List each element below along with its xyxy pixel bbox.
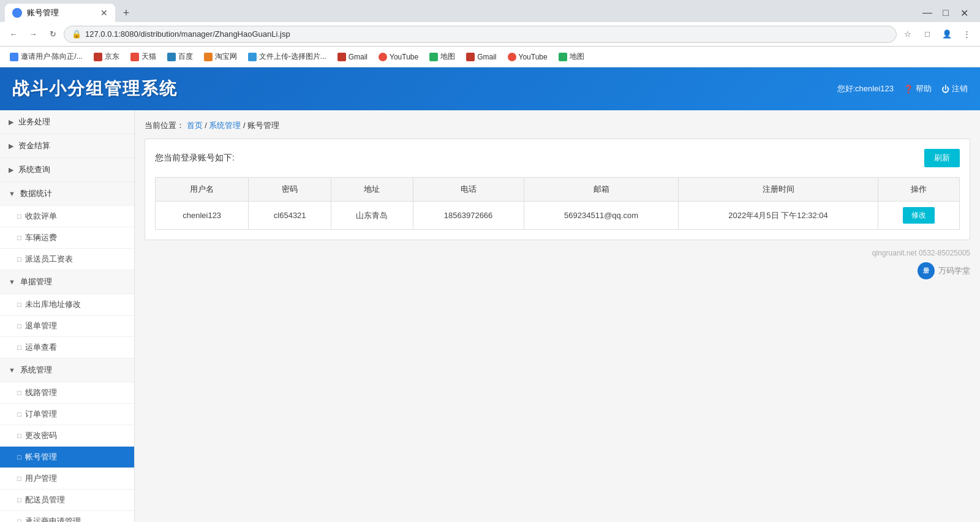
breadcrumb-home[interactable]: 首页 (187, 121, 203, 130)
bookmark-tianmao[interactable]: 天猫 (126, 49, 161, 64)
bookmark-star-icon[interactable]: ☆ (899, 26, 916, 43)
new-tab-button[interactable]: + (118, 4, 135, 21)
sidebar-item-change-pwd[interactable]: 更改密码 (0, 425, 134, 447)
url-text: 127.0.0.1:8080/distribution/manager/Zhan… (85, 29, 290, 39)
lock-icon: 🔒 (72, 29, 81, 39)
arrow-icon: ▼ (9, 278, 15, 286)
bookmark-gmail2[interactable]: Gmail (461, 50, 501, 64)
nav-bar: ← → ↻ 🔒 127.0.0.1:8080/distribution/mana… (0, 22, 980, 47)
sidebar-item-couriers[interactable]: 配送员管理 (0, 490, 134, 511)
tab-title: 账号管理 (27, 7, 59, 18)
sidebar-item-routes[interactable]: 线路管理 (0, 382, 134, 404)
bookmark-map2[interactable]: 地图 (554, 49, 589, 64)
sidebar-item-freight[interactable]: 车辆运费 (0, 227, 134, 249)
bookmark-youtube1[interactable]: YouTube (374, 50, 423, 64)
logout-button[interactable]: ⏻ 注销 (941, 83, 968, 94)
restore-button[interactable]: □ (937, 4, 954, 21)
cell-email: 569234511@qq.com (524, 202, 679, 230)
sidebar: ▶ 业务处理 ▶ 资金结算 ▶ 系统查询 (0, 110, 135, 522)
main-content: 当前位置： 首页 / 系统管理 / 账号管理 您当前登录账号如下: 刷新 (135, 110, 980, 522)
breadcrumb-system[interactable]: 系统管理 (209, 121, 241, 130)
bookmark-upload[interactable]: 文件上传-选择图片... (243, 49, 331, 64)
bookmark-invite-icon (10, 53, 18, 61)
col-register-time: 注册时间 (679, 178, 878, 202)
sidebar-item-receipts[interactable]: 收款评单 (0, 206, 134, 227)
bookmark-youtube2-icon (508, 53, 516, 61)
arrow-icon: ▶ (9, 142, 13, 150)
bookmarks-bar: 邀请用户·陈向正/... 京东 天猫 百度 淘宝网 文件上传-选择图片... G… (0, 47, 980, 67)
bookmark-gmail1[interactable]: Gmail (333, 50, 372, 64)
bookmark-baidu[interactable]: 百度 (162, 49, 198, 64)
content-subtitle: 您当前登录账号如下: (155, 153, 235, 164)
bookmark-baidu-icon (167, 53, 176, 61)
active-tab[interactable]: 账号管理 ✕ (5, 4, 115, 22)
cell-username: chenlei123 (156, 202, 249, 230)
sidebar-item-carrier[interactable]: 承运商申请管理 (0, 511, 134, 522)
footer-watermark: qingruanit.net 0532-85025005 (145, 246, 970, 260)
header-right: 您好:chenlei123 ❓ 帮助 ⏻ 注销 (837, 83, 968, 94)
arrow-icon: ▼ (9, 190, 15, 197)
col-phone: 电话 (413, 178, 524, 202)
col-action: 操作 (878, 178, 959, 202)
sidebar-item-waybill[interactable]: 运单查看 (0, 337, 134, 358)
col-email: 邮箱 (524, 178, 679, 202)
cell-action: 修改 (878, 202, 959, 230)
refresh-button[interactable]: 刷新 (924, 149, 960, 167)
bookmark-youtube2[interactable]: YouTube (503, 50, 552, 64)
sidebar-item-users[interactable]: 用户管理 (0, 468, 134, 490)
reload-button[interactable]: ↻ (44, 26, 61, 43)
tab-favicon (12, 8, 22, 18)
back-button[interactable]: ← (5, 26, 22, 43)
help-button[interactable]: ❓ 帮助 (903, 83, 932, 94)
sidebar-group-system: ▼ 系统管理 线路管理 订单管理 更改密码 帐号管理 用户管理 配送员管理 承运… (0, 358, 134, 522)
bookmark-gmail2-icon (466, 53, 475, 61)
bookmark-upload-icon (248, 53, 257, 61)
sidebar-group-header-business[interactable]: ▶ 业务处理 (0, 110, 134, 134)
minimize-button[interactable]: — (919, 4, 936, 21)
bookmark-jd[interactable]: 京东 (89, 49, 124, 64)
bookmark-map1[interactable]: 地图 (424, 49, 460, 64)
bookmark-taobao[interactable]: 淘宝网 (199, 49, 242, 64)
sidebar-item-address-modify[interactable]: 未出库地址修改 (0, 294, 134, 316)
footer-logo: 册 万码学堂 (145, 262, 970, 279)
bookmark-map2-icon (559, 53, 567, 61)
sidebar-group-finance: ▶ 资金结算 (0, 134, 134, 158)
content-box: 您当前登录账号如下: 刷新 用户名 密码 地址 电话 邮箱 注册时间 (145, 138, 970, 240)
close-button[interactable]: ✕ (956, 4, 973, 21)
sidebar-group-header-stats[interactable]: ▼ 数据统计 (0, 182, 134, 206)
address-bar[interactable]: 🔒 127.0.0.1:8080/distribution/manager/Zh… (64, 26, 897, 43)
profile-icon[interactable]: 👤 (938, 26, 956, 43)
extensions-icon[interactable]: □ (919, 26, 936, 43)
arrow-icon: ▼ (9, 366, 15, 374)
breadcrumb: 当前位置： 首页 / 系统管理 / 账号管理 (145, 120, 970, 131)
col-address: 地址 (331, 178, 413, 202)
cell-phone: 18563972666 (413, 202, 524, 230)
footer-logo-circle: 册 (918, 262, 935, 279)
sidebar-item-account[interactable]: 帐号管理 (0, 447, 134, 468)
sidebar-group-business: ▶ 业务处理 (0, 110, 134, 134)
bookmark-invite[interactable]: 邀请用户·陈向正/... (5, 49, 88, 64)
sidebar-group-header-system[interactable]: ▼ 系统管理 (0, 358, 134, 382)
footer-logo-text: 万码学堂 (938, 265, 970, 276)
menu-icon[interactable]: ⋮ (958, 26, 975, 43)
forward-button[interactable]: → (24, 26, 42, 43)
sidebar-group-query: ▶ 系统查询 (0, 158, 134, 182)
edit-button[interactable]: 修改 (903, 207, 935, 224)
sidebar-group-header-finance[interactable]: ▶ 资金结算 (0, 134, 134, 158)
sidebar-group-header-orders[interactable]: ▼ 单据管理 (0, 270, 134, 294)
sidebar-item-order-mgmt[interactable]: 订单管理 (0, 404, 134, 425)
bookmark-tianmao-icon (130, 53, 139, 61)
cell-register-time: 2022年4月5日 下午12:32:04 (679, 202, 878, 230)
col-username: 用户名 (156, 178, 249, 202)
arrow-icon: ▶ (9, 166, 13, 174)
accounts-table: 用户名 密码 地址 电话 邮箱 注册时间 操作 chenlei1 (155, 177, 960, 230)
app-header: 战斗小分组管理系统 您好:chenlei123 ❓ 帮助 ⏻ 注销 (0, 67, 980, 110)
tab-close-icon[interactable]: ✕ (100, 8, 108, 18)
cell-address: 山东青岛 (331, 202, 413, 230)
sidebar-item-salary[interactable]: 派送员工资表 (0, 249, 134, 270)
table-row: chenlei123 cl654321 山东青岛 18563972666 569… (156, 202, 960, 230)
sidebar-group-orders: ▼ 单据管理 未出库地址修改 退单管理 运单查看 (0, 270, 134, 358)
app-logo: 战斗小分组管理系统 (12, 77, 178, 100)
sidebar-item-return[interactable]: 退单管理 (0, 316, 134, 337)
sidebar-group-header-query[interactable]: ▶ 系统查询 (0, 158, 134, 182)
